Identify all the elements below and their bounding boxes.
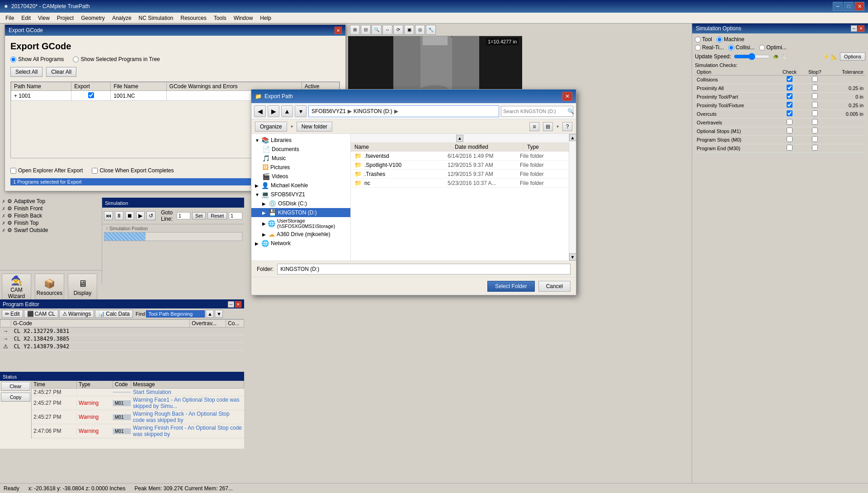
radio-real-time[interactable]: Real-Ti...	[695, 44, 724, 51]
edit-button[interactable]: ✏ Edit	[2, 310, 23, 318]
up-button[interactable]: ▲	[281, 105, 293, 117]
display-button[interactable]: 🖥 Display	[68, 274, 97, 301]
viewport-btn-8[interactable]: 🔧	[426, 25, 436, 35]
sim-start-button[interactable]: ⏮	[104, 211, 113, 220]
back-button[interactable]: ◀	[254, 105, 266, 117]
sim-check-checkbox[interactable]	[777, 101, 802, 110]
tree-item-libraries[interactable]: ▼ 📚 Libraries	[251, 136, 350, 145]
radio-show-selected[interactable]: Show Selected Programs in Tree	[73, 56, 160, 62]
reset-button[interactable]: Reset	[208, 212, 227, 219]
forward-button[interactable]: ▶	[268, 105, 279, 117]
menu-nc-simulation[interactable]: NC Simulation	[135, 14, 177, 22]
viewport-btn-1[interactable]: ⊞	[350, 25, 360, 35]
sim-stop-checkbox[interactable]	[802, 93, 827, 101]
prog-row[interactable]: → CL X2.138429.3885	[0, 335, 244, 343]
prog-editor-minimize[interactable]: ─	[228, 301, 234, 308]
update-speed-slider[interactable]	[734, 53, 770, 60]
sim-loop-button[interactable]: ↺	[146, 211, 156, 220]
find-next-button[interactable]: ▼	[215, 310, 223, 318]
menu-project[interactable]: Project	[53, 14, 77, 22]
status-clear-button[interactable]: Clear	[1, 382, 30, 391]
sim-stop-checkbox[interactable]	[802, 144, 827, 153]
sim-stop-checkbox[interactable]	[802, 76, 827, 84]
cam-wizard-button[interactable]: 🧙 CAM Wizard	[2, 274, 31, 301]
export-gcode-close-button[interactable]: ✕	[335, 27, 342, 34]
sim-check-checkbox[interactable]	[777, 84, 802, 93]
sim-stop-button[interactable]: ⏹	[125, 211, 134, 220]
resources-button[interactable]: 📦 Resources	[35, 274, 64, 301]
cam-cl-button[interactable]: ⬛ CAM CL	[24, 310, 58, 318]
sim-stop-checkbox[interactable]	[802, 110, 827, 119]
viewport-btn-2[interactable]: ⊟	[361, 25, 371, 35]
tree-item-videos[interactable]: 🎬 Videos	[251, 172, 350, 181]
minimize-button[interactable]: ─	[833, 2, 843, 11]
prog-editor-close[interactable]: ✕	[235, 301, 241, 308]
sim-options-close[interactable]: ✕	[858, 25, 864, 32]
sim-check-checkbox[interactable]	[777, 136, 802, 144]
sim-stop-checkbox[interactable]	[802, 127, 827, 136]
tree-item-network[interactable]: ▶ 🌐 Network	[251, 239, 350, 248]
goto-input[interactable]	[177, 212, 190, 219]
search-bar[interactable]: 🔍	[501, 106, 573, 117]
sim-stop-checkbox[interactable]	[802, 119, 827, 127]
prog-row[interactable]: → CL X2.132729.3831	[0, 327, 244, 335]
tree-item-userstorage[interactable]: ▶ 🌐 UserStorage (\\SFO5XG0MS1\Storage)	[251, 217, 350, 230]
view-details-button[interactable]: ⊞	[543, 122, 553, 131]
sim-pause-button[interactable]: ⏸	[115, 211, 124, 220]
viewport-btn-5[interactable]: ⟳	[393, 25, 403, 35]
program-tree-item[interactable]: ✗⚙Swarf Outside	[0, 227, 102, 234]
new-folder-button[interactable]: New folder	[297, 122, 332, 132]
find-input-display[interactable]: Tool Path Beginning	[146, 310, 205, 318]
file-scrollbar[interactable]: ▲ ▼	[569, 134, 576, 261]
view-list-button[interactable]: ≡	[529, 122, 539, 131]
tree-item-documents[interactable]: 📄 Documents	[251, 145, 350, 154]
sim-check-checkbox[interactable]	[777, 93, 802, 101]
sim-check-checkbox[interactable]	[777, 144, 802, 153]
tree-item-sfob56vyz1[interactable]: ▼ 💻 SFOB56VYZ1	[251, 190, 350, 199]
warnings-button[interactable]: ⚠ Warnings	[59, 310, 94, 318]
scrollbar-down[interactable]: ▼	[569, 253, 576, 261]
menu-analyze[interactable]: Analyze	[108, 14, 135, 22]
select-all-button[interactable]: Select All	[10, 67, 42, 77]
tree-item-kingston[interactable]: ▶ 💾 KINGSTON (D:)	[251, 208, 350, 217]
set-button[interactable]: Set	[192, 212, 206, 219]
file-row[interactable]: 📁 .fseventsd 6/14/2016 1:49 PM File fold…	[351, 152, 569, 161]
viewport-btn-4[interactable]: ↔	[382, 25, 392, 35]
file-row[interactable]: 📁 .Spotlight-V100 12/9/2015 9:37 AM File…	[351, 161, 569, 170]
menu-file[interactable]: File	[2, 14, 18, 22]
menu-resources[interactable]: Resources	[177, 14, 210, 22]
clear-all-button[interactable]: Clear All	[46, 67, 76, 77]
maximize-button[interactable]: □	[844, 2, 854, 11]
prog-row[interactable]: ⚠ CL Y2.143879.3942	[0, 343, 244, 351]
tree-item-music[interactable]: 🎵 Music	[251, 154, 350, 163]
search-input[interactable]	[503, 109, 566, 114]
sim-check-checkbox[interactable]	[777, 76, 802, 84]
program-tree-item[interactable]: ✗⚙Finish Front	[0, 205, 102, 212]
tree-item-osdisk[interactable]: ▶ 💿 OSDisk (C:)	[251, 199, 350, 208]
menu-tools[interactable]: Tools	[210, 14, 230, 22]
radio-optimize[interactable]: Optimi...	[759, 44, 787, 51]
program-tree-item[interactable]: ✗⚙Finish Top	[0, 219, 102, 227]
viewport-btn-3[interactable]: 🔍	[372, 25, 382, 35]
open-explorer-label[interactable]: Open Explorer After Export	[10, 167, 83, 174]
select-folder-button[interactable]: Select Folder	[487, 281, 535, 292]
status-copy-button[interactable]: Copy	[1, 393, 30, 402]
radio-tool[interactable]: Tool	[695, 36, 712, 43]
scroll-up-button[interactable]: ▲	[456, 135, 463, 142]
sim-options-minimize[interactable]: ─	[851, 25, 857, 32]
sim-play-button[interactable]: ▶	[136, 211, 145, 220]
program-tree-item[interactable]: ✗⚙Finish Back	[0, 212, 102, 219]
radio-machine[interactable]: Machine	[717, 36, 744, 43]
file-row[interactable]: 📁 .Trashes 12/9/2015 9:37 AM File folder	[351, 170, 569, 179]
cancel-button[interactable]: Cancel	[538, 281, 571, 292]
scrollbar-up[interactable]: ▲	[569, 134, 576, 141]
sim-check-checkbox[interactable]	[777, 110, 802, 119]
tree-item-michael-koehle[interactable]: ▶ 👤 Michael Koehle	[251, 181, 350, 190]
menu-help[interactable]: Help	[256, 14, 275, 22]
folder-input[interactable]	[277, 264, 571, 275]
viewport-btn-7[interactable]: ◎	[415, 25, 425, 35]
viewport-btn-6[interactable]: ▣	[404, 25, 414, 35]
path-expand[interactable]: + 1001	[11, 91, 71, 101]
options-button[interactable]: Options	[840, 52, 865, 61]
sim-stop-checkbox[interactable]	[802, 136, 827, 144]
